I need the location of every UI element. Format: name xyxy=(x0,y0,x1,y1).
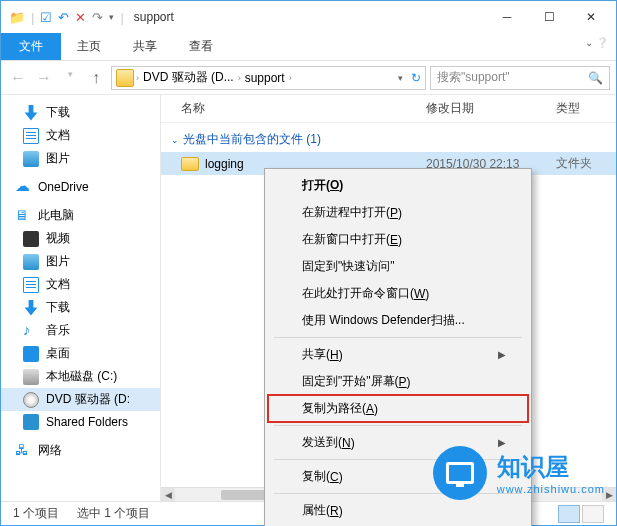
video-icon xyxy=(23,231,39,247)
picture-icon xyxy=(23,254,39,270)
maximize-button[interactable]: ☐ xyxy=(528,3,570,31)
nav-onedrive[interactable]: ☁OneDrive xyxy=(1,176,160,198)
menu-separator xyxy=(274,337,522,338)
nav-up-icon[interactable]: ↑ xyxy=(85,69,107,87)
search-input[interactable]: 搜索"support" 🔍 xyxy=(430,66,610,90)
network-icon: 🖧 xyxy=(15,443,31,459)
desktop-icon xyxy=(23,346,39,362)
qat-dropdown-icon[interactable]: ▾ xyxy=(109,12,114,22)
nav-videos[interactable]: 视频 xyxy=(1,227,160,250)
search-icon[interactable]: 🔍 xyxy=(588,71,603,85)
nav-local-c[interactable]: 本地磁盘 (C:) xyxy=(1,365,160,388)
selected-count: 选中 1 个项目 xyxy=(77,505,150,522)
submenu-arrow-icon: ▶ xyxy=(498,349,506,360)
menu-properties[interactable]: 属性(R) xyxy=(268,497,528,524)
menu-defender-scan[interactable]: 使用 Windows Defender扫描... xyxy=(268,307,528,334)
menu-open[interactable]: 打开(O) xyxy=(268,172,528,199)
nav-documents2[interactable]: 文档 xyxy=(1,273,160,296)
search-placeholder: 搜索"support" xyxy=(437,69,510,86)
disk-icon xyxy=(23,369,39,385)
column-date[interactable]: 修改日期 xyxy=(426,100,556,117)
nav-network[interactable]: 🖧网络 xyxy=(1,439,160,462)
tab-view[interactable]: 查看 xyxy=(173,33,229,60)
breadcrumb-item[interactable]: support xyxy=(243,71,287,85)
nav-dvd-d[interactable]: DVD 驱动器 (D: xyxy=(1,388,160,411)
column-name[interactable]: 名称 xyxy=(181,100,426,117)
chevron-right-icon[interactable]: › xyxy=(289,73,292,83)
nav-music[interactable]: ♪音乐 xyxy=(1,319,160,342)
menu-copy-as-path[interactable]: 复制为路径(A) xyxy=(268,395,528,422)
refresh-icon[interactable]: ↻ xyxy=(411,71,421,85)
nav-forward-icon: → xyxy=(33,69,55,87)
menu-share[interactable]: 共享(H)▶ xyxy=(268,341,528,368)
title-bar: 📁 | ☑ ↶ ✕ ↷ ▾ | support ─ ☐ ✕ xyxy=(1,1,616,33)
view-icons-button[interactable] xyxy=(582,505,604,523)
download-icon xyxy=(23,300,39,316)
qat-checkbox-icon[interactable]: ☑ xyxy=(40,10,52,25)
close-button[interactable]: ✕ xyxy=(570,3,612,31)
chevron-right-icon[interactable]: › xyxy=(136,73,139,83)
menu-pin-start[interactable]: 固定到"开始"屏幕(P) xyxy=(268,368,528,395)
menu-open-new-window[interactable]: 在新窗口中打开(E) xyxy=(268,226,528,253)
menu-open-new-process[interactable]: 在新进程中打开(P) xyxy=(268,199,528,226)
nav-pictures2[interactable]: 图片 xyxy=(1,250,160,273)
address-folder-icon xyxy=(116,69,134,87)
column-type[interactable]: 类型 xyxy=(556,100,616,117)
view-details-button[interactable] xyxy=(558,505,580,523)
item-count: 1 个项目 xyxy=(13,505,59,522)
tab-home[interactable]: 主页 xyxy=(61,33,117,60)
ribbon-tabs: 文件 主页 共享 查看 ⌄ ❔ xyxy=(1,33,616,61)
chevron-down-icon: ⌄ xyxy=(171,135,179,145)
file-tab[interactable]: 文件 xyxy=(1,33,61,60)
qat-redo-icon[interactable]: ↷ xyxy=(92,10,103,25)
file-name: logging xyxy=(205,157,244,171)
menu-pin-quick-access[interactable]: 固定到"快速访问" xyxy=(268,253,528,280)
group-header[interactable]: ⌄ 光盘中当前包含的文件 (1) xyxy=(161,123,616,152)
address-row: ← → ▾ ↑ › DVD 驱动器 (D... › support › ▾ ↻ … xyxy=(1,61,616,95)
menu-open-cmd-here[interactable]: 在此处打开命令窗口(W) xyxy=(268,280,528,307)
menu-separator xyxy=(274,425,522,426)
breadcrumb-item[interactable]: DVD 驱动器 (D... xyxy=(141,69,236,86)
document-icon xyxy=(23,277,39,293)
column-headers: 名称 修改日期 类型 xyxy=(161,95,616,123)
chevron-right-icon[interactable]: › xyxy=(238,73,241,83)
minimize-button[interactable]: ─ xyxy=(486,3,528,31)
folder-icon xyxy=(181,157,199,171)
scroll-left-icon[interactable]: ◀ xyxy=(161,488,175,501)
window-title: support xyxy=(134,10,174,24)
nav-downloads2[interactable]: 下载 xyxy=(1,296,160,319)
qat-sep: | xyxy=(31,10,34,25)
qat-sep2: | xyxy=(120,10,123,25)
address-dropdown-icon[interactable]: ▾ xyxy=(398,73,403,83)
nav-shared-folders[interactable]: Shared Folders xyxy=(1,411,160,433)
music-icon: ♪ xyxy=(23,323,39,339)
qat-undo-icon[interactable]: ↶ xyxy=(58,10,69,25)
nav-history-icon[interactable]: ▾ xyxy=(59,69,81,87)
pc-icon: 🖥 xyxy=(15,208,31,224)
picture-icon xyxy=(23,151,39,167)
watermark-url: www.zhishiwu.com xyxy=(497,483,605,495)
document-icon xyxy=(23,128,39,144)
watermark-logo-icon xyxy=(433,446,487,500)
nav-desktop[interactable]: 桌面 xyxy=(1,342,160,365)
nav-documents[interactable]: 文档 xyxy=(1,124,160,147)
qat-delete-icon[interactable]: ✕ xyxy=(75,10,86,25)
nav-downloads[interactable]: 下载 xyxy=(1,101,160,124)
nav-this-pc[interactable]: 🖥此电脑 xyxy=(1,204,160,227)
watermark: 知识屋 www.zhishiwu.com xyxy=(433,446,605,500)
ribbon-expand-icon[interactable]: ⌄ ❔ xyxy=(577,33,616,60)
address-bar[interactable]: › DVD 驱动器 (D... › support › ▾ ↻ xyxy=(111,66,426,90)
tab-share[interactable]: 共享 xyxy=(117,33,173,60)
download-icon xyxy=(23,105,39,121)
shared-icon xyxy=(23,414,39,430)
nav-back-icon: ← xyxy=(7,69,29,87)
nav-pictures[interactable]: 图片 xyxy=(1,147,160,170)
onedrive-icon: ☁ xyxy=(15,179,31,195)
navigation-pane: 下载 文档 图片 ☁OneDrive 🖥此电脑 视频 图片 文档 下载 ♪音乐 … xyxy=(1,95,161,501)
dvd-icon xyxy=(23,392,39,408)
folder-icon: 📁 xyxy=(9,10,25,25)
file-type: 文件夹 xyxy=(556,155,616,172)
watermark-title: 知识屋 xyxy=(497,451,605,483)
